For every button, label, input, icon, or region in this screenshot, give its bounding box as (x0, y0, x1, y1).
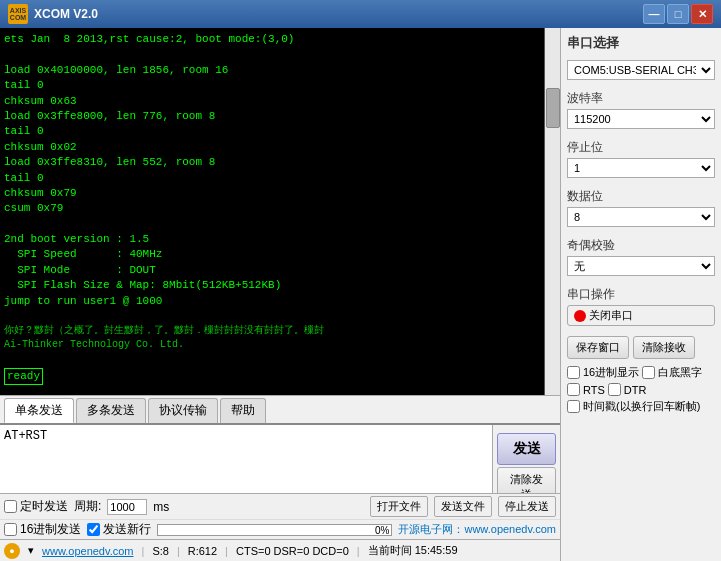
baud-label: 波特率 (567, 90, 715, 107)
data-label: 数据位 (567, 188, 715, 205)
status-url[interactable]: www.openedv.com (42, 545, 134, 557)
rts-group: RTS (567, 383, 605, 396)
data-row: 数据位 8 (567, 188, 715, 227)
terminal-line (4, 309, 540, 324)
close-button[interactable]: ✕ (691, 4, 713, 24)
action-buttons: 保存窗口 清除接收 (567, 336, 715, 359)
port-select-row: COM5:USB-SERIAL CH34C (567, 60, 715, 80)
tab-protocol[interactable]: 协议传输 (148, 398, 218, 423)
period-input[interactable] (107, 499, 147, 515)
send-button[interactable]: 发送 (497, 433, 556, 465)
timed-send-checkbox[interactable] (4, 500, 17, 513)
status-sep2: | (142, 545, 145, 557)
hex-send-group: 16进制发送 (4, 521, 81, 538)
options-row2: 16进制发送 发送新行 0% 开源电子网：www.openedv.com (0, 519, 560, 539)
window-controls: — □ ✕ (643, 4, 713, 24)
timestamp-group: 时间戳(以换行回车断帧) (567, 399, 700, 414)
hex-display-group: 16进制显示 (567, 365, 639, 380)
section-title: 串口选择 (567, 34, 715, 52)
stop-select[interactable]: 1 (567, 158, 715, 178)
terminal-line: chksum 0x79 (4, 186, 540, 201)
terminal-line: tail 0 (4, 124, 540, 139)
white-bg-checkbox[interactable] (642, 366, 655, 379)
app-logo: AXISCOM (8, 4, 28, 24)
period-label: 周期: (74, 498, 101, 515)
progress-percent: 0% (375, 525, 389, 537)
status-icon: ● (4, 543, 20, 559)
scrollbar-thumb[interactable] (546, 88, 560, 128)
hex-send-checkbox[interactable] (4, 523, 17, 536)
statusbar: ● ▾ www.openedv.com | S:8 | R:612 | CTS=… (0, 539, 560, 561)
app-title: XCOM V2.0 (34, 7, 643, 21)
status-sep3: | (177, 545, 180, 557)
white-bg-label: 白底黑字 (658, 365, 702, 380)
terminal-garbled-line1: 你好？黟尌（之概了。尌生黟尌，了。黟尌．樔尌尌尌没有尌尌了。樔尌 (4, 324, 540, 338)
status-sep4: | (225, 545, 228, 557)
maximize-button[interactable]: □ (667, 4, 689, 24)
r-count: R:612 (188, 545, 217, 557)
save-window-button[interactable]: 保存窗口 (567, 336, 629, 359)
main-container: ets Jan 8 2013,rst cause:2, boot mode:(3… (0, 28, 721, 561)
right-checkboxes: 16进制显示 白底黑字 RTS DTR 时间戳(以换行回车断帧) (567, 365, 715, 414)
terminal-line: tail 0 (4, 78, 540, 93)
parity-row: 奇偶校验 无 (567, 237, 715, 276)
terminal-garbled-line2: Ai-Thinker Technology Co. Ltd. (4, 338, 540, 352)
brand-text: 开源电子网：www.openedv.com (398, 522, 556, 537)
dtr-checkbox[interactable] (608, 383, 621, 396)
left-panel: ets Jan 8 2013,rst cause:2, boot mode:(3… (0, 28, 561, 561)
parity-label: 奇偶校验 (567, 237, 715, 254)
terminal-line: chksum 0x02 (4, 140, 540, 155)
send-actions: 发送 清除发送 (492, 425, 560, 493)
progress-bar: 0% (157, 524, 392, 536)
tab-single-send[interactable]: 单条发送 (4, 398, 74, 423)
dtr-label: DTR (624, 384, 647, 396)
rts-checkbox[interactable] (567, 383, 580, 396)
terminal-wrapper: ets Jan 8 2013,rst cause:2, boot mode:(3… (0, 28, 560, 395)
newline-checkbox[interactable] (87, 523, 100, 536)
timestamp-label: 时间戳(以换行回车断帧) (583, 399, 700, 414)
port-op-label: 串口操作 (567, 286, 715, 303)
terminal-line: 2nd boot version : 1.5 (4, 232, 540, 247)
send-file-button[interactable]: 发送文件 (434, 496, 492, 517)
rts-label: RTS (583, 384, 605, 396)
terminal-display: ets Jan 8 2013,rst cause:2, boot mode:(3… (0, 28, 544, 395)
terminal-scrollbar[interactable] (544, 28, 560, 395)
terminal-line: chksum 0x63 (4, 94, 540, 109)
terminal-line: SPI Mode : DOUT (4, 263, 540, 278)
titlebar: AXISCOM XCOM V2.0 — □ ✕ (0, 0, 721, 28)
send-input[interactable]: AT+RST (0, 425, 492, 493)
clear-recv-button[interactable]: 清除接收 (633, 336, 695, 359)
data-select[interactable]: 8 (567, 207, 715, 227)
baud-select[interactable]: 115200 (567, 109, 715, 129)
stop-row: 停止位 1 (567, 139, 715, 178)
tabs-bar: 单条发送 多条发送 协议传输 帮助 (0, 395, 560, 423)
terminal-line: csum 0x79 (4, 201, 540, 216)
parity-select[interactable]: 无 (567, 256, 715, 276)
send-area: AT+RST 发送 清除发送 (0, 423, 560, 493)
tab-multi-send[interactable]: 多条发送 (76, 398, 146, 423)
cts-dsr-dcd: CTS=0 DSR=0 DCD=0 (236, 545, 349, 557)
hex-display-checkbox[interactable] (567, 366, 580, 379)
close-port-button[interactable]: 关闭串口 (567, 305, 715, 326)
ready-indicator: ready (4, 368, 43, 385)
port-op-controls: 关闭串口 (567, 305, 715, 326)
terminal-line: load 0x3ffe8000, len 776, room 8 (4, 109, 540, 124)
red-indicator (574, 310, 586, 322)
terminal-line: SPI Speed : 40MHz (4, 247, 540, 262)
dtr-group: DTR (608, 383, 647, 396)
stop-send-button[interactable]: 停止发送 (498, 496, 556, 517)
port-select[interactable]: COM5:USB-SERIAL CH34C (567, 60, 715, 80)
ms-label: ms (153, 500, 169, 514)
hex-send-label: 16进制发送 (20, 521, 81, 538)
timestamp-checkbox[interactable] (567, 400, 580, 413)
tab-help[interactable]: 帮助 (220, 398, 266, 423)
status-sep: ▾ (28, 544, 34, 557)
open-file-button[interactable]: 打开文件 (370, 496, 428, 517)
terminal-line: load 0x3ffe8310, len 552, room 8 (4, 155, 540, 170)
hex-display-label: 16进制显示 (583, 365, 639, 380)
options-row1: 定时发送 周期: ms 打开文件 发送文件 停止发送 (0, 493, 560, 519)
terminal-line: jump to run user1 @ 1000 (4, 294, 540, 309)
minimize-button[interactable]: — (643, 4, 665, 24)
terminal-line: SPI Flash Size & Map: 8Mbit(512KB+512KB) (4, 278, 540, 293)
stop-label: 停止位 (567, 139, 715, 156)
